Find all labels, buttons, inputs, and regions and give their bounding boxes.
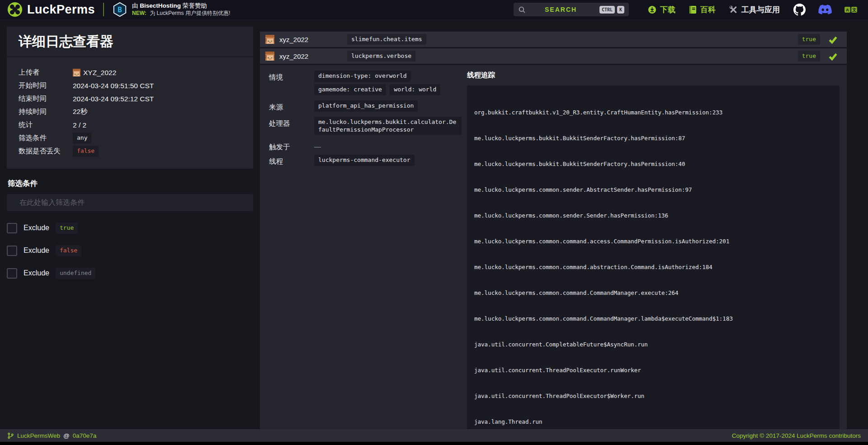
book-icon: [689, 5, 697, 14]
player-avatar: [73, 69, 80, 76]
trace-line: me.lucko.luckperms.common.sender.Abstrac…: [474, 185, 832, 194]
entry-detail-panel: 情境 dimension-type: overworld gamemode: c…: [260, 65, 847, 445]
luckperms-logo-icon: [7, 2, 23, 17]
entry-detail-fields: 情境 dimension-type: overworld gamemode: c…: [269, 71, 463, 445]
nav-link-wiki[interactable]: 百科: [689, 5, 716, 15]
language-switcher[interactable]: A 文: [844, 6, 857, 13]
nav-link-download[interactable]: 下载: [648, 5, 675, 15]
tools-icon: [729, 5, 738, 14]
entry-player-name: xyz_2022: [279, 36, 347, 43]
sponsor-banner[interactable]: B 由 BisectHosting 荣誉赞助 NEW: 为 LuckPerms …: [112, 2, 230, 17]
search-shortcut: CTRL K: [599, 6, 624, 14]
context-chip: world: world: [390, 84, 440, 95]
k-keycap: K: [617, 6, 624, 14]
trace-line: me.lucko.luckperms.common.command.access…: [474, 237, 832, 246]
footer-version-link[interactable]: LuckPermsWeb @ 0a70e7a: [7, 432, 96, 439]
exclude-false-checkbox[interactable]: [7, 246, 17, 256]
check-icon: [828, 52, 838, 61]
session-meta: 上传者 XYZ_2022 开始时间 2024-03-24 09:51:50 CS…: [7, 57, 253, 169]
triggered-at-value: —: [314, 140, 321, 152]
thread-chip: luckperms-command-executor: [314, 155, 415, 166]
context-chip: gamemode: creative: [314, 84, 386, 95]
player-avatar: [265, 35, 274, 44]
exclude-false-chip: false: [56, 245, 81, 256]
meta-row-duration: 持续时间 22秒: [19, 105, 241, 118]
git-branch-icon: [7, 432, 14, 439]
brand[interactable]: LuckPerms: [7, 2, 95, 17]
search-icon: [518, 6, 526, 14]
meta-row-truncated: 数据是否丢失 false: [19, 145, 241, 158]
navbar-divider: [103, 3, 104, 16]
exclude-undefined-checkbox[interactable]: [7, 268, 17, 279]
entry-player-name: xyz_2022: [279, 52, 347, 60]
exclude-undefined-row: Exclude undefined: [7, 268, 253, 279]
sponsor-line1: 由 BisectHosting 荣誉赞助: [132, 2, 230, 10]
entry-result-chip: true: [798, 34, 820, 45]
trace-line: me.lucko.luckperms.common.command.Comman…: [474, 289, 832, 297]
sponsor-line2: NEW: 为 LuckPerms 用户提供特别优惠!: [132, 10, 230, 17]
ctrl-keycap: CTRL: [599, 6, 615, 14]
bottom-strip: [0, 442, 868, 445]
filter-mode-chip: any: [73, 133, 91, 144]
session-info-panel: 详细日志查看器 上传者 XYZ_2022 开始时间 2024-03-2: [7, 27, 253, 169]
entry-result-chip: true: [798, 51, 820, 62]
field-triggered-at: 触发于 —: [269, 140, 463, 152]
github-link[interactable]: [793, 4, 806, 16]
filter-section-heading: 筛选条件: [7, 179, 253, 189]
field-origin: 来源 platform_api_has_permission: [269, 100, 463, 114]
navbar: LuckPerms B 由 BisectHosting 荣誉赞助 NEW: 为 …: [0, 0, 868, 19]
trace-line: java.util.concurrent.ThreadPoolExecutor$…: [474, 392, 832, 400]
discord-link[interactable]: [818, 5, 832, 14]
exclude-undefined-chip: undefined: [56, 268, 95, 279]
filter-input[interactable]: [7, 194, 253, 211]
footer-copyright: Copyright © 2017-2024 LuckPerms contribu…: [732, 432, 861, 439]
meta-row-end-time: 结束时间 2024-03-24 09:52:12 CST: [19, 92, 241, 105]
trace-line: org.bukkit.craftbukkit.v1_20_R3.entity.C…: [474, 108, 832, 117]
sidebar: 详细日志查看器 上传者 XYZ_2022 开始时间 2024-03-2: [7, 27, 253, 279]
sponsor-text: 由 BisectHosting 荣誉赞助 NEW: 为 LuckPerms 用户…: [132, 2, 230, 17]
verbose-entry-row[interactable]: xyz_2022 slimefun.cheat.items true: [260, 32, 847, 47]
trace-line: java.lang.Thread.run: [474, 417, 832, 426]
trace-title: 线程追踪: [467, 71, 840, 80]
nav-link-tools[interactable]: 工具与应用: [729, 5, 780, 15]
discord-icon: [818, 5, 832, 14]
player-avatar: [265, 52, 274, 61]
field-thread: 线程 luckperms-command-executor: [269, 155, 463, 168]
github-icon: [793, 4, 806, 16]
exclude-false-row: Exclude false: [7, 245, 253, 256]
context-chip: dimension-type: overworld: [314, 71, 411, 82]
svg-text:A: A: [846, 7, 849, 12]
translate-icon: A 文: [844, 6, 857, 13]
search-label: SEARCH: [545, 6, 577, 13]
meta-row-filter: 筛选条件 any: [19, 132, 241, 145]
exclude-true-chip: true: [56, 222, 78, 234]
entry-permission-chip: slimefun.cheat.items: [347, 34, 426, 45]
meta-row-count: 统计 2 / 2: [19, 118, 241, 132]
meta-row-uploader: 上传者 XYZ_2022: [19, 66, 241, 79]
trace-line: me.lucko.luckperms.common.command.Comman…: [474, 314, 832, 323]
trace-section: 线程追踪 org.bukkit.craftbukkit.v1_20_R3.ent…: [463, 71, 840, 445]
processor-chip: me.lucko.luckperms.bukkit.calculator.Def…: [314, 117, 462, 136]
uploader-name: XYZ_2022: [83, 69, 116, 77]
footer: LuckPermsWeb @ 0a70e7a Copyright © 2017-…: [0, 429, 868, 442]
svg-text:B: B: [118, 5, 122, 14]
page-title: 详细日志查看器: [7, 27, 253, 57]
verbose-entries: xyz_2022 slimefun.cheat.items true xyz_2…: [260, 32, 847, 445]
exclude-true-checkbox[interactable]: [7, 223, 17, 233]
brand-name: LuckPerms: [27, 3, 95, 17]
footer-app-name: LuckPermsWeb: [17, 432, 60, 439]
truncated-chip: false: [73, 146, 99, 157]
svg-text:文: 文: [852, 7, 857, 12]
trace-line: java.util.concurrent.CompletableFuture$A…: [474, 340, 832, 349]
bisecthosting-logo-icon: B: [112, 2, 127, 17]
check-icon: [828, 35, 838, 44]
meta-row-start-time: 开始时间 2024-03-24 09:51:50 CST: [19, 79, 241, 92]
field-context: 情境 dimension-type: overworld gamemode: c…: [269, 71, 463, 98]
search-input[interactable]: SEARCH CTRL K: [514, 3, 629, 16]
origin-chip: platform_api_has_permission: [314, 100, 418, 112]
trace-line: me.lucko.luckperms.common.sender.Sender.…: [474, 211, 832, 220]
trace-line: java.util.concurrent.ThreadPoolExecutor.…: [474, 366, 832, 374]
entry-permission-chip: luckperms.verbose: [347, 51, 415, 62]
verbose-entry-row[interactable]: xyz_2022 luckperms.verbose true: [260, 48, 847, 64]
stack-trace: org.bukkit.craftbukkit.v1_20_R3.entity.C…: [467, 85, 840, 445]
